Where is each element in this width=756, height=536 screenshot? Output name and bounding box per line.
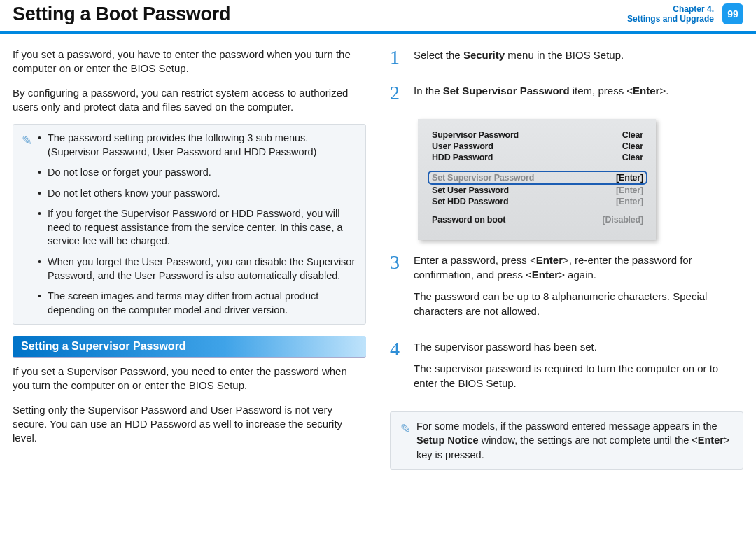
step-text: The supervisor password is required to t… [414, 361, 743, 390]
note-icon: ✎ [22, 133, 32, 317]
step-bold: Enter [633, 85, 659, 97]
bios-value: Clear [622, 130, 643, 140]
left-column: If you set a password, you have to enter… [13, 48, 366, 470]
step-number: 3 [390, 253, 405, 325]
step-text: The password can be up to 8 alphanumeric… [414, 289, 743, 318]
step-text: menu in the BIOS Setup. [505, 49, 624, 61]
step-bold: Security [463, 49, 505, 61]
chapter-title: Settings and Upgrade [627, 14, 714, 24]
note-item: Do not let others know your password. [38, 187, 356, 201]
chapter-number: Chapter 4. [627, 4, 714, 14]
step-text: The supervisor password has been set. [414, 339, 743, 354]
bios-label: User Password [432, 141, 493, 151]
note-item: The screen images and terms may differ f… [38, 290, 356, 317]
bios-value: [Enter] [616, 197, 643, 206]
bios-screenshot: Supervisor PasswordClear User PasswordCl… [418, 119, 656, 240]
section-paragraph-2: Setting only the Supervisor Password and… [13, 403, 366, 446]
bios-value: [Enter] [616, 173, 643, 183]
bios-label: Set User Password [432, 185, 509, 195]
note-bold: Enter [698, 435, 724, 446]
step-text: item, press < [570, 85, 633, 97]
step-number: 1 [390, 48, 405, 69]
header-right: Chapter 4. Settings and Upgrade 99 [627, 3, 743, 24]
step-2: 2 In the Set Supervisor Password item, p… [390, 83, 743, 105]
bios-row: Supervisor PasswordClear [432, 130, 643, 140]
step-body: In the Set Supervisor Password item, pre… [414, 83, 743, 105]
step-text: In the [414, 85, 443, 97]
intro-paragraph-1: If you set a password, you have to enter… [13, 48, 366, 76]
bios-row: Set User Password[Enter] [432, 185, 643, 195]
bios-row-selected: Set Supervisor Password[Enter] [428, 171, 648, 185]
section-paragraph-1: If you set a Supervisor Password, you ne… [13, 365, 366, 393]
note-text: window, the settings are not complete un… [479, 435, 698, 446]
step-text: Enter a password, press < [414, 254, 536, 266]
note-item: The password setting provides the follow… [38, 132, 356, 159]
bios-value: [Disabled] [603, 215, 643, 225]
note-item: Do not lose or forget your password. [38, 166, 356, 180]
bios-row: Password on boot[Disabled] [432, 215, 643, 225]
content: If you set a password, you have to enter… [0, 34, 756, 470]
step-text: Select the [414, 49, 463, 61]
step-bold: Set Supervisor Password [443, 85, 570, 97]
step-number: 4 [390, 339, 405, 397]
step-body: Select the Security menu in the BIOS Set… [414, 48, 743, 69]
step-body: Enter a password, press <Enter>, re-ente… [414, 253, 743, 325]
step-1: 1 Select the Security menu in the BIOS S… [390, 48, 743, 69]
bios-label: Set Supervisor Password [432, 173, 534, 183]
page-number: 99 [722, 3, 743, 24]
note-text: For some models, if the password entered… [416, 421, 718, 432]
step-text: >. [659, 85, 668, 97]
step-text: > again. [559, 269, 596, 281]
step-bold: Enter [532, 269, 559, 281]
step-body: The supervisor password has been set. Th… [414, 339, 743, 397]
step-4: 4 The supervisor password has been set. … [390, 339, 743, 397]
bios-row: Set HDD Password[Enter] [432, 197, 643, 206]
chapter-info: Chapter 4. Settings and Upgrade [627, 4, 714, 24]
bios-value: Clear [622, 141, 643, 151]
page-title: Setting a Boot Password [13, 3, 230, 25]
page-header: Setting a Boot Password Chapter 4. Setti… [0, 0, 756, 34]
note-box-2: ✎ For some models, if the password enter… [390, 411, 743, 470]
bios-label: HDD Password [432, 153, 493, 162]
step-3: 3 Enter a password, press <Enter>, re-en… [390, 253, 743, 325]
bios-value: Clear [622, 153, 643, 162]
bios-label: Supervisor Password [432, 130, 519, 140]
bios-label: Set HDD Password [432, 197, 508, 206]
note-item: When you forget the User Password, you c… [38, 255, 356, 283]
bios-row: User PasswordClear [432, 141, 643, 151]
note-box: ✎ The password setting provides the foll… [13, 124, 366, 325]
section-header: Setting a Supervisor Password [13, 336, 366, 358]
step-number: 2 [390, 83, 405, 105]
bios-label: Password on boot [432, 215, 505, 225]
bios-row: HDD PasswordClear [432, 153, 643, 162]
intro-paragraph-2: By configuring a password, you can restr… [13, 86, 366, 115]
note-bold: Setup Notice [416, 435, 479, 446]
bios-value: [Enter] [616, 185, 643, 195]
step-bold: Enter [536, 254, 563, 266]
note-item: If you forget the Supervisor Password or… [38, 207, 356, 248]
note-icon: ✎ [400, 421, 411, 462]
note-list: The password setting provides the follow… [38, 132, 356, 317]
right-column: 1 Select the Security menu in the BIOS S… [390, 48, 743, 470]
